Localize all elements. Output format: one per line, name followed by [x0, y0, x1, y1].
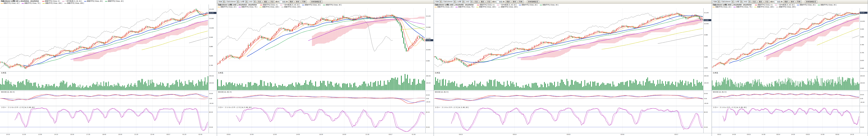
chevron-down-icon: ▼	[470, 1, 472, 3]
interval-select[interactable]: 10分▼	[248, 0, 256, 3]
y-axis-label: 9,865	[860, 36, 864, 38]
action-button-1[interactable]: 保存	[512, 0, 517, 3]
action-button-1[interactable]: 保存	[789, 0, 795, 3]
chevron-down-icon: ▼	[223, 1, 225, 3]
macd-label: MACD( 12, 26, 9 )	[713, 91, 727, 93]
legend-label: 移動平均( Close, 10 )	[4, 2, 20, 4]
interval-select[interactable]: 15分▼	[465, 0, 473, 3]
period-button-2[interactable]: 月足	[486, 0, 492, 3]
bar-count-label: 表示	[492, 1, 496, 3]
symbol-select[interactable]: 日経225mini▼	[721, 0, 734, 3]
legend-swatch	[498, 7, 500, 7]
bar-count-label: 表示	[770, 1, 774, 3]
y-axis-label: 20.00	[860, 126, 864, 128]
period-button-1[interactable]: 週足	[480, 0, 485, 3]
y-axis-label: 9,945	[860, 28, 864, 30]
volume-pane[interactable]: 出来高200.00100.00	[712, 71, 868, 91]
y-axis-label: 10,045	[704, 23, 709, 25]
stoch-label: スロー・ストキャスティクス( 14, 3, 80, 20 )	[435, 106, 469, 109]
period-button-0[interactable]: 日足	[751, 0, 757, 3]
price-chart-pane[interactable]: 10,10510,0459,9859,9259,8659,80510,065	[434, 8, 712, 71]
y-axis-label: -20.00	[209, 102, 213, 104]
legend-swatch	[218, 7, 220, 7]
legend-swatch	[713, 7, 715, 7]
contract-select[interactable]: 12/限▼	[457, 0, 465, 3]
legend-label: 一目均衡表( 9, 26, 52 )	[283, 4, 300, 6]
legend-label: 移動平均( Close, 40 )	[542, 4, 558, 6]
volume-y-axis: 200.00100.00	[860, 72, 868, 91]
x-axis-label: 22:40	[150, 134, 154, 135]
indicator-settings-button[interactable]: 技術指標設定	[310, 0, 322, 3]
y-axis-label: 9,865	[704, 56, 708, 58]
y-axis-label: 80.00	[209, 111, 213, 113]
period-button-2[interactable]: 月足	[764, 0, 770, 3]
category-select[interactable]: 先物▼	[713, 0, 720, 3]
bar-count-input[interactable]	[775, 1, 780, 3]
legend-item: 移動平均( Close, 200 )	[64, 2, 84, 4]
action-button-0[interactable]: 更新	[783, 0, 789, 3]
legend-item: 移動平均( Close, 75 )	[734, 6, 752, 8]
macd-pane[interactable]: MACD( 12, 26, 9 )20.000.00-20.00	[0, 91, 217, 106]
y-axis-label: 10,025	[860, 20, 865, 22]
category-select[interactable]: 先物▼	[435, 0, 442, 3]
price-chart-pane[interactable]: 10,12510,08510,04510,0059,96510,038	[217, 8, 434, 71]
stoch-pane[interactable]: スロー・ストキャスティクス( 14, 3, 80, 20 )80.0020.00	[0, 106, 217, 133]
action-button-2[interactable]: 印刷	[518, 0, 524, 3]
indicator-settings-button[interactable]: 技術指標設定	[805, 0, 817, 3]
period-button-0[interactable]: 日足	[473, 0, 479, 3]
contract-select[interactable]: 12/限▼	[735, 0, 743, 3]
legend-label: 移動平均( Close, 75 )	[736, 6, 752, 8]
legend-swatch	[755, 5, 757, 5]
indicator-settings-button[interactable]: 技術指標設定	[527, 0, 539, 3]
category-select[interactable]: 先物▼	[218, 0, 225, 3]
action-button-2[interactable]: 印刷	[301, 0, 307, 3]
legend-row-1: 日経225mini 12/限( 5分 ), 2012/03/16 - 2012/…	[1, 0, 216, 2]
legend-label: 一目均衡表( 9, 26, 52 )	[778, 4, 795, 6]
legend-swatch	[519, 5, 521, 5]
volume-y-axis: 200.00100.00	[426, 72, 434, 91]
action-button-0[interactable]: 更新	[288, 0, 294, 3]
legend-swatch	[476, 7, 478, 7]
x-axis-label: 03/14	[776, 134, 780, 135]
macd-pane[interactable]: MACD( 12, 26, 9 )20.000.00-20.00	[434, 91, 712, 106]
legend-item: 移動平均( Close, 25 )	[302, 4, 321, 6]
legend-label: 移動平均( Close, 10 )	[437, 6, 453, 8]
symbol-select[interactable]: 日経225mini▼	[442, 0, 456, 3]
action-button-1[interactable]: 保存	[295, 0, 301, 3]
x-axis-label: 03/13	[459, 134, 463, 135]
legend-item: 移動平均( Close, 40 )	[540, 4, 558, 6]
legend-row-2: 移動平均( Close, 10 )移動平均( Close, 75 )移動平均( …	[435, 6, 711, 8]
y-axis-label: 9,785	[860, 44, 864, 46]
chart-title: 日経225mini 12/限( 10分 ), 2012/03/15 - 2012…	[218, 4, 257, 6]
legend-swatch	[435, 7, 437, 7]
macd-pane[interactable]: MACD( 12, 26, 9 )20.000.00-20.00	[712, 91, 868, 106]
volume-pane[interactable]: 出来高200.00100.00	[217, 71, 434, 91]
chart-window-2: 先物▼日経225mini▼12/限▼10分▼日足週足月足表示本更新保存印刷技術指…	[217, 0, 434, 136]
stoch-pane[interactable]: スロー・ストキャスティクス( 14, 3, 80, 20 )80.0020.00	[434, 106, 712, 133]
stoch-pane[interactable]: スロー・ストキャスティクス( 14, 3, 80, 20 )80.0020.00	[217, 106, 434, 133]
price-chart-pane[interactable]: 10,10510,0259,9459,8659,7859,7059,6259,5…	[712, 8, 868, 71]
legend-swatch	[42, 1, 44, 1]
interval-select[interactable]: 30分▼	[743, 0, 751, 3]
y-axis-label: 200.00	[209, 75, 214, 77]
period-button-2[interactable]: 月足	[269, 0, 275, 3]
bar-count-input[interactable]	[497, 1, 502, 3]
symbol-select[interactable]: 日経225mini▼	[226, 0, 239, 3]
legend-label: 移動平均( Close, 5 )	[45, 0, 60, 2]
period-button-1[interactable]: 週足	[758, 0, 763, 3]
contract-select[interactable]: 12/限▼	[240, 0, 248, 3]
y-axis-label: 10,045	[426, 38, 430, 39]
volume-pane[interactable]: 出来高200.00100.00	[0, 71, 217, 91]
macd-pane[interactable]: MACD( 12, 26, 9 )20.000.00-20.00	[217, 91, 434, 106]
period-button-1[interactable]: 週足	[263, 0, 269, 3]
bar-count-input[interactable]	[280, 1, 285, 3]
category-select-value: 先物	[713, 1, 717, 3]
stoch-pane[interactable]: スロー・ストキャスティクス( 14, 3, 80, 20 )80.0020.00	[712, 106, 868, 133]
action-button-0[interactable]: 更新	[505, 0, 511, 3]
legend-swatch	[105, 1, 107, 1]
price-chart-pane[interactable]: 10,12510,06510,0059,9459,8859,8259,76510…	[0, 4, 217, 71]
period-button-0[interactable]: 日足	[256, 0, 262, 3]
volume-pane[interactable]: 出来高200.00100.00	[434, 71, 712, 91]
legend-swatch	[797, 5, 799, 5]
action-button-2[interactable]: 印刷	[796, 0, 802, 3]
